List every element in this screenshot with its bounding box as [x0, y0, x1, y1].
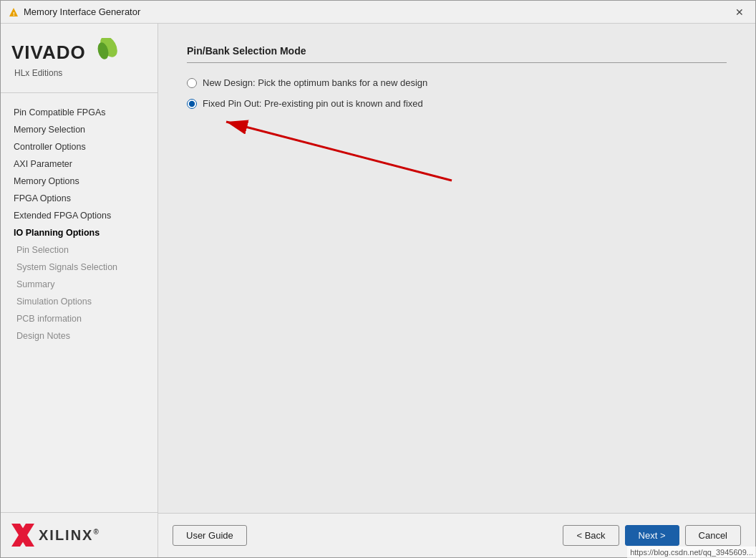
nav-axi-parameter[interactable]: AXI Parameter — [1, 155, 158, 173]
nav-design-notes[interactable]: Design Notes — [1, 327, 158, 345]
url-overlay: https://blog.csdn.net/qq_3945609... — [627, 547, 756, 558]
next-button[interactable]: Next > — [625, 525, 679, 546]
close-button[interactable]: ✕ — [731, 5, 748, 19]
nav-fpga-options[interactable]: FPGA Options — [1, 190, 158, 207]
window-title: Memory Interface Generator — [24, 6, 140, 17]
annotation-arrow — [187, 109, 473, 195]
section-title: Pin/Bank Selection Mode — [187, 45, 727, 57]
sidebar-nav: Pin Compatible FPGAs Memory Selection Co… — [1, 93, 158, 512]
svg-line-7 — [226, 122, 452, 181]
sidebar-logo: VIVADO HLx Editions — [1, 24, 158, 93]
app-icon: ! — [8, 6, 19, 18]
sidebar: VIVADO HLx Editions Pin Compatible FPGAs… — [1, 24, 158, 557]
back-button[interactable]: < Back — [563, 525, 619, 546]
hlx-text: HLx Editions — [14, 68, 62, 78]
cancel-button[interactable]: Cancel — [685, 525, 741, 546]
radio-new-design-input[interactable] — [187, 78, 197, 88]
xilinx-logo-area: XILINX® — [1, 512, 158, 557]
radio-fixed-pinout-input[interactable] — [187, 99, 197, 109]
nav-summary[interactable]: Summary — [1, 276, 158, 293]
user-guide-button[interactable]: User Guide — [173, 525, 247, 546]
vivado-leaf-icon — [89, 38, 117, 67]
xilinx-text: XILINX® — [39, 527, 100, 544]
radio-new-design-label: New Design: Pick the optimum banks for a… — [203, 77, 427, 88]
section-divider — [187, 62, 727, 63]
nav-pin-selection[interactable]: Pin Selection — [1, 241, 158, 259]
nav-memory-selection[interactable]: Memory Selection — [1, 121, 158, 138]
titlebar: ! Memory Interface Generator ✕ — [1, 1, 755, 24]
radio-fixed-pinout[interactable]: Fixed Pin Out: Pre-existing pin out is k… — [187, 98, 727, 109]
nav-extended-fpga[interactable]: Extended FPGA Options — [1, 207, 158, 224]
content-panel: Pin/Bank Selection Mode New Design: Pick… — [158, 24, 755, 513]
nav-pin-compatible[interactable]: Pin Compatible FPGAs — [1, 104, 158, 121]
nav-controller-options[interactable]: Controller Options — [1, 138, 158, 155]
xilinx-x-icon — [11, 524, 34, 547]
nav-io-planning[interactable]: IO Planning Options — [1, 224, 158, 241]
svg-text:!: ! — [13, 11, 15, 17]
radio-new-design[interactable]: New Design: Pick the optimum banks for a… — [187, 77, 727, 88]
radio-fixed-pinout-label: Fixed Pin Out: Pre-existing pin out is k… — [203, 98, 423, 109]
nav-system-signals[interactable]: System Signals Selection — [1, 259, 158, 276]
nav-memory-options[interactable]: Memory Options — [1, 173, 158, 190]
vivado-text: VIVADO — [11, 42, 86, 64]
radio-group: New Design: Pick the optimum banks for a… — [187, 77, 727, 109]
nav-pcb-info[interactable]: PCB information — [1, 310, 158, 327]
nav-simulation-options[interactable]: Simulation Options — [1, 293, 158, 310]
content-area: Pin/Bank Selection Mode New Design: Pick… — [158, 24, 755, 557]
